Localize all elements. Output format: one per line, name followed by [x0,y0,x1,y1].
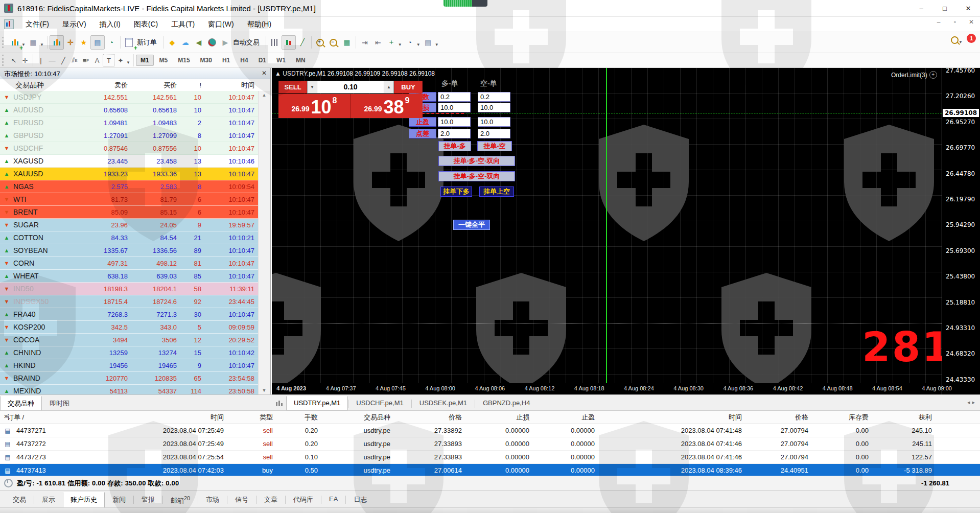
scroll-up-icon[interactable]: ▲ [259,92,270,98]
auto-trading-icon[interactable]: ▶ [219,36,232,49]
community-icon[interactable]: ☁ [179,36,192,49]
ea-input-long-止盈[interactable]: 10.0 [438,117,471,127]
market-watch-close-icon[interactable]: ✕ [262,69,267,77]
terminal-tab-新闻[interactable]: 新闻 [105,492,133,508]
mw-row-MEXIND[interactable]: ▲MEXIND541135433711423:50:58 [0,385,259,394]
terminal-icon[interactable]: ▤ [90,35,105,50]
orders-column-类型[interactable]: 类型 [228,413,277,422]
tile-windows-icon[interactable]: ▦ [340,36,354,49]
terminal-close-icon[interactable]: ✕ [4,413,8,420]
chart-tab-USDSEK.pe,M1[interactable]: USDSEK.pe,M1 [412,396,475,410]
terminal-tab-展示[interactable]: 展示 [34,492,63,508]
ea-input-long-手数[interactable]: 0.2 [438,92,471,102]
menu-item-窗口(W)[interactable]: 窗口(W) [201,17,241,32]
buy-price-panel[interactable]: 26.99 38 9 [350,94,423,118]
time-axis[interactable]: 4 Aug 20234 Aug 07:374 Aug 07:454 Aug 08… [272,383,942,394]
terminal-tab-邮箱[interactable]: 邮箱20 [163,492,198,509]
mw-row-CHNIND[interactable]: ▲CHNIND13259132741510:10:42 [0,346,259,359]
shapes-tool-icon[interactable]: ✦ [115,55,126,66]
mw-row-USDCHF[interactable]: ▼USDCHF0.875460.875561010:10:47 [0,142,259,155]
sell-button[interactable]: SELL [278,81,307,94]
scroll-down-icon[interactable]: ▼ [259,388,270,393]
maximize-button[interactable]: □ [933,0,956,17]
volume-input[interactable]: 0.10 [317,81,384,93]
mw-tab-交易品种[interactable]: 交易品种 [0,396,42,412]
tab-scroll-arrows-icon[interactable]: ◂▸ [967,399,977,406]
menu-item-图表(C)[interactable]: 图表(C) [127,17,165,32]
periods-caret-icon[interactable]: ▼ [416,42,421,47]
mw-row-SUGAR[interactable]: ▼SUGAR23.9624.05919:59:57 [0,219,259,231]
timeframe-M5[interactable]: M5 [155,55,173,66]
timeframe-M1[interactable]: M1 [136,55,154,66]
mw-row-BRENT[interactable]: ▼BRENT85.0985.15610:10:47 [0,206,259,219]
chart-plot-area[interactable]: ▲ USDTRY.pe,M1 26.99108 26.99109 26.9910… [272,68,942,383]
child-close-button[interactable]: ✕ [966,18,977,26]
terminal-tab-交易[interactable]: 交易 [5,492,34,508]
profiles-icon[interactable]: ▦ [27,36,40,49]
volume-increase-icon[interactable]: ▲ [384,81,393,93]
menu-item-文件(F)[interactable]: 文件(F) [19,17,56,32]
templates-caret-icon[interactable]: ▼ [435,42,439,47]
web-terminal-icon[interactable] [205,36,219,49]
terminal-tab-日志[interactable]: 日志 [346,492,375,508]
terminal-tab-文章[interactable]: 文章 [256,492,285,508]
chart-tab-USDTRY.pe,M1[interactable]: USDTRY.pe,M1 [286,396,348,410]
text-label-tool-icon[interactable]: T [103,54,115,66]
zoom-in-icon[interactable]: + [314,36,327,49]
timeframe-MN[interactable]: MN [291,55,310,66]
trendline-tool-icon[interactable]: ╱ [58,55,69,66]
mw-row-NGAS[interactable]: ▲NGAS2.5752.583810:09:54 [0,180,259,193]
market-watch-icon[interactable] [50,35,64,50]
news-speaker-icon[interactable]: ◀ [192,36,205,49]
market-watch-scrollbar[interactable]: ▲ ▼ [258,91,270,394]
orders-column-止盈[interactable]: 止盈 [533,413,599,422]
new-chart-icon[interactable]: + [8,36,21,49]
fibonacci-tool-icon[interactable]: ≡F [80,55,91,66]
mw-row-USDJPY[interactable]: ▼USDJPY142.551142.5611010:10:47 [0,91,259,104]
channel-tool-icon[interactable]: ⫽E [69,55,80,66]
timeframe-H1[interactable]: H1 [218,55,235,66]
mw-row-CORN[interactable]: ▼CORN497.31498.128110:10:47 [0,257,259,270]
data-window-icon[interactable]: ✛ [64,36,77,49]
horizontal-line-tool-icon[interactable]: — [46,55,58,66]
orders-column-时间[interactable]: 时间 [599,413,746,422]
mw-row-FRA40[interactable]: ▲FRA407268.37271.33010:10:47 [0,308,259,321]
mw-row-IND50[interactable]: ▼IND5018198.318204.15811:39:11 [0,283,259,295]
ea-input-short-手数[interactable]: 0.2 [478,92,510,102]
shapes-caret-icon[interactable]: ▼ [126,60,130,65]
mw-row-SOYBEAN[interactable]: ▲SOYBEAN1335.671336.568910:10:47 [0,244,259,257]
market-watch-header[interactable]: 交易品种卖价买价!时间 [0,79,259,91]
order-limit-icon[interactable]: + [929,71,937,79]
timeframe-W1[interactable]: W1 [272,55,290,66]
terminal-tab-代码库[interactable]: 代码库 [286,492,321,508]
mw-row-HKIND[interactable]: ▲HKIND1945619465910:10:47 [0,359,259,372]
bar-chart-mode-icon[interactable] [268,36,282,49]
menu-item-帮助(H)[interactable]: 帮助(H) [241,17,278,32]
mw-row-KOSP200[interactable]: ▼KOSP200342.5343.0509:09:59 [0,321,259,334]
mw-row-WHEAT[interactable]: ▲WHEAT638.18639.038510:10:47 [0,270,259,283]
pending-buy-stop-button[interactable]: 挂单下多 [440,186,472,197]
mw-row-INDSGX50[interactable]: ▼INDSGX5018715.418724.69223:44:45 [0,295,259,308]
metaeditor-icon[interactable]: ◆ [166,36,179,49]
menu-item-工具(T)[interactable]: 工具(T) [165,17,201,32]
chart-tab-USDCHF.pe,M1[interactable]: USDCHF.pe,M1 [348,396,411,410]
terminal-tab-EA[interactable]: EA [321,492,345,506]
orders-column-时间[interactable]: 时间 [79,413,228,422]
mw-column-买价[interactable]: 买价 [132,81,181,90]
order-row-44737273[interactable]: ▤447372732023.08.04 07:25:54sell0.10usdt… [0,451,980,464]
cursor-tool-icon[interactable]: ↖ [8,55,19,66]
candlestick-mode-icon[interactable] [282,35,296,50]
close-all-button[interactable]: 一键全平 [453,220,490,230]
orders-column-订单 /[interactable]: 订单 / [0,413,79,422]
mw-row-BRAIND[interactable]: ▼BRAIND1207701208356523:54:58 [0,372,259,385]
mw-column-卖价[interactable]: 卖价 [78,81,132,90]
mw-row-XAUUSD[interactable]: ▲XAUUSD1933.231933.361310:10:47 [0,168,259,180]
profiles-caret-icon[interactable]: ▼ [40,42,44,47]
mw-column-交易品种[interactable]: 交易品种 [13,81,78,90]
orders-column-获利[interactable]: 获利 [873,413,936,422]
text-tool-icon[interactable]: A [91,55,103,66]
toolbar-grip[interactable] [2,37,6,48]
mw-row-COCOA[interactable]: ▼COCOA349435061220:29:52 [0,334,259,346]
timeframe-M30[interactable]: M30 [196,55,217,66]
menu-item-插入(I)[interactable]: 插入(I) [93,17,127,32]
